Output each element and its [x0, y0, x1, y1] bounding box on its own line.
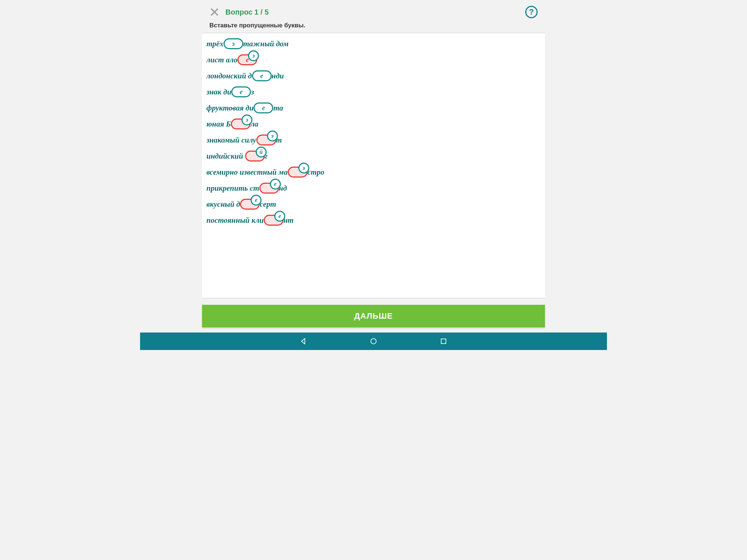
word-post: стро: [307, 168, 325, 176]
svg-rect-3: [441, 339, 446, 344]
word-pre: фруктовая ди: [206, 104, 253, 112]
exercise-line: знак диез: [206, 86, 541, 97]
exercise-line: лист алоеэ: [206, 54, 541, 65]
word-pre: трёх: [206, 39, 224, 48]
hint-badge: й: [256, 147, 267, 158]
android-nav-bar: [140, 332, 607, 350]
word-pre: всемирно известный ма: [206, 168, 288, 176]
svg-point-2: [371, 339, 376, 344]
word-post: та: [273, 104, 283, 112]
close-icon[interactable]: [209, 7, 220, 17]
hint-badge: е: [274, 211, 285, 222]
letter-pill[interactable]: э: [231, 118, 251, 129]
word-post: з: [251, 88, 254, 96]
word-pre: прикрепить ст: [206, 184, 259, 192]
word-pre: лондонский д: [206, 71, 252, 80]
exercise-line: трёхэтажный дом: [206, 38, 541, 49]
word-post: серт: [260, 200, 276, 209]
letter-pill[interactable]: э: [288, 167, 307, 178]
letter-pill[interactable]: э: [224, 38, 243, 49]
exercise-card: трёхэтажный домлист алоеэлондонский денд…: [202, 33, 545, 298]
word-pre: индийский: [206, 152, 245, 160]
word-pre: знакомый силу: [206, 136, 256, 144]
word-post: тажный дом: [243, 39, 289, 48]
instruction-text: Вставьте пропущенные буквы.: [202, 22, 545, 33]
exercise-line: прикрепить стенд: [206, 183, 541, 194]
exercise-line: знакомый силуэт: [206, 135, 541, 145]
help-button[interactable]: ?: [525, 6, 538, 18]
exercise-line: фруктовая диета: [206, 102, 541, 113]
hint-badge: э: [298, 163, 309, 174]
letter-pill[interactable]: е: [264, 215, 283, 226]
app-root: Вопрос 1 / 5 ? Вставьте пропущенные букв…: [140, 0, 607, 332]
hint-badge: э: [248, 50, 259, 61]
word-pre: юная Б: [206, 120, 231, 128]
letter-pill[interactable]: е: [252, 70, 272, 81]
letter-pill[interactable]: е: [231, 86, 251, 97]
exercise-line: индийский йг: [206, 151, 541, 162]
letter-pill[interactable]: э: [256, 135, 276, 145]
question-counter: Вопрос 1 / 5: [225, 8, 525, 16]
home-icon[interactable]: [369, 337, 378, 345]
letter-pill[interactable]: еэ: [237, 54, 257, 65]
word-post: нди: [272, 71, 284, 80]
back-icon[interactable]: [299, 337, 307, 345]
exercise-line: юная Бэла: [206, 118, 541, 129]
hint-badge: е: [270, 179, 281, 190]
recent-icon[interactable]: [440, 337, 448, 345]
next-button[interactable]: ДАЛЬШЕ: [202, 305, 545, 327]
exercise-line: лондонский денди: [206, 70, 541, 81]
letter-pill[interactable]: й: [245, 151, 265, 162]
exercise-line: всемирно известный маэстро: [206, 167, 541, 178]
word-pre: вкусный д: [206, 200, 240, 209]
exercise-line: вкусный десерт: [206, 199, 541, 210]
header: Вопрос 1 / 5 ?: [202, 0, 545, 22]
letter-pill[interactable]: е: [253, 102, 273, 113]
word-pre: знак ди: [206, 88, 231, 96]
hint-badge: э: [267, 131, 278, 141]
word-pre: постоянный кли: [206, 216, 264, 225]
hint-badge: э: [241, 114, 252, 125]
next-bar: ДАЛЬШЕ: [202, 305, 545, 327]
word-pre: лист ало: [206, 55, 237, 64]
letter-pill[interactable]: е: [259, 183, 279, 194]
exercise-line: постоянный клиент: [206, 215, 541, 226]
letter-pill[interactable]: е: [240, 199, 260, 210]
